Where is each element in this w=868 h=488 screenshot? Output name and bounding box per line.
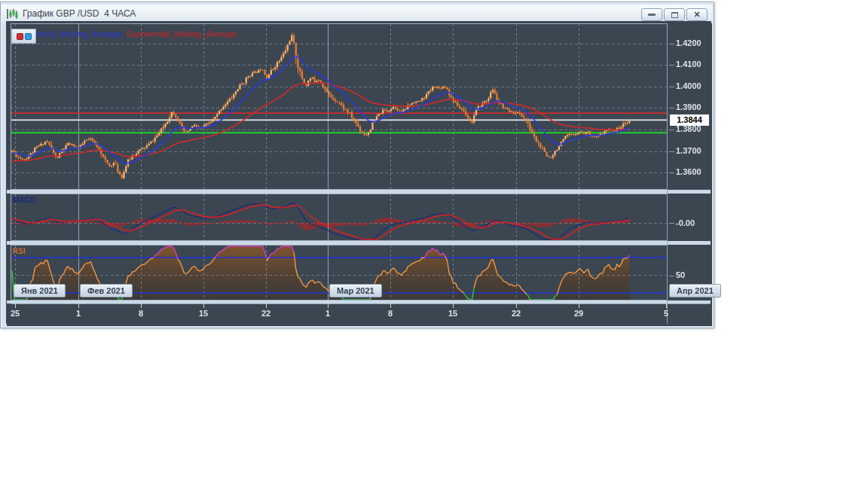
- legend-ema-slow: Exponential_Moving_Average: [127, 29, 237, 38]
- time-axis-day-label: 22: [261, 309, 270, 318]
- time-axis-day-label: 15: [199, 309, 208, 318]
- macd-axis-label: -0.00: [676, 218, 695, 227]
- indicator-buttons[interactable]: [11, 29, 36, 44]
- month-marker: Апр 2021: [669, 284, 721, 297]
- time-axis-day-label: 22: [512, 309, 521, 318]
- macd-label: MACD: [13, 196, 35, 204]
- restore-icon: [671, 12, 678, 18]
- ema-fast-color-button[interactable]: [25, 33, 32, 40]
- month-marker: Фев 2021: [80, 284, 133, 297]
- rsi-axis-label: 50: [676, 270, 685, 279]
- time-axis-day-label: 1: [326, 309, 330, 318]
- time-axis-day-label: 8: [388, 309, 393, 318]
- window-maximize-button[interactable]: [664, 8, 685, 21]
- chart-window-icon: [6, 8, 19, 20]
- time-axis-day-label: 29: [574, 309, 583, 318]
- close-icon: ✕: [693, 9, 700, 20]
- price-axis-label: 1.4100: [676, 59, 701, 69]
- window-titlebar[interactable]: График GBP /USD 4 ЧАСА: [2, 5, 712, 23]
- price-axis-label: 1.4000: [676, 81, 701, 90]
- window-close-button[interactable]: ✕: [686, 8, 708, 21]
- current-price-box: 1.3844: [670, 114, 709, 126]
- month-marker: Мар 2021: [329, 284, 382, 297]
- indicator-legend: Exponential_Moving_Average Exponential_M…: [12, 29, 237, 38]
- minimize-icon: [648, 14, 656, 16]
- window-title: График GBP /USD 4 ЧАСА: [23, 8, 136, 19]
- ema-slow-color-button[interactable]: [17, 33, 23, 40]
- rsi-label: RSI: [13, 247, 26, 255]
- time-axis-day-label: 15: [448, 309, 457, 318]
- time-axis-day-label: 25: [11, 309, 20, 318]
- time-axis-day-label: 8: [139, 309, 143, 318]
- time-axis-day-label: 1: [76, 309, 81, 318]
- chart-canvas[interactable]: [6, 21, 711, 324]
- price-axis-label: 1.3700: [676, 146, 701, 155]
- price-axis-label: 1.4200: [676, 38, 701, 47]
- window-minimize-button[interactable]: [641, 8, 662, 21]
- time-axis-day-label: 5: [664, 309, 668, 318]
- month-marker: Янв 2021: [14, 284, 66, 297]
- price-axis-label: 1.3900: [676, 102, 701, 111]
- price-axis-label: 1.3600: [676, 167, 701, 176]
- desktop: { "window": { "title": "График GBP /USD …: [0, 0, 868, 488]
